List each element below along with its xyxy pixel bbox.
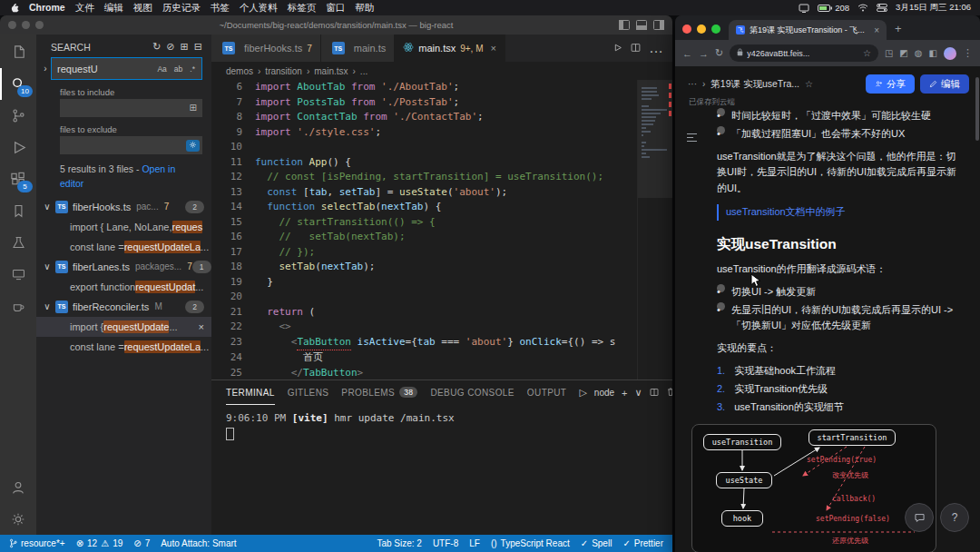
- code-line[interactable]: 23 <TabButton isActive={tab === 'about'}…: [211, 335, 638, 351]
- search-result-file[interactable]: ∨TSfiberLanes.tspackages...71: [36, 257, 211, 277]
- panel-tab-terminal[interactable]: TERMINAL: [226, 380, 275, 405]
- code-line[interactable]: 11function App() {: [211, 155, 638, 171]
- profile-avatar[interactable]: [944, 47, 956, 60]
- split-terminal-icon[interactable]: [650, 388, 659, 399]
- menu-item-1[interactable]: 文件: [75, 2, 94, 15]
- regex-icon[interactable]: .*: [187, 64, 198, 74]
- window-controls[interactable]: [682, 25, 720, 34]
- menu-item-6[interactable]: 个人资料: [240, 2, 278, 15]
- menu-item-3[interactable]: 视图: [133, 2, 152, 15]
- search-match-row[interactable]: import { requestUpdate...×: [36, 317, 211, 337]
- explorer-icon[interactable]: [0, 36, 36, 68]
- minimize-window-icon[interactable]: [697, 25, 706, 34]
- toggle-replace-icon[interactable]: ›: [40, 64, 51, 74]
- menu-item-2[interactable]: 编辑: [104, 2, 123, 15]
- search-icon[interactable]: 10: [0, 68, 36, 100]
- zoom-window-icon[interactable]: [35, 21, 44, 29]
- code-line[interactable]: 22 <>: [211, 320, 638, 335]
- code-line[interactable]: 10: [211, 140, 638, 155]
- search-match-row[interactable]: const lane = requestUpdateLa...: [36, 237, 211, 257]
- browser-tab[interactable]: 飞 第19课 实现useTransition - 飞... ×: [729, 20, 887, 40]
- problems-status-item[interactable]: ⊗12 ⚠19: [76, 538, 123, 548]
- code-line[interactable]: 16 // setTab(nextTab);: [211, 230, 638, 245]
- extension-icon-3[interactable]: ◍: [915, 48, 923, 58]
- minimize-window-icon[interactable]: [22, 21, 30, 29]
- prettier-item[interactable]: ✓Prettier: [622, 538, 663, 548]
- code-line[interactable]: 17 // });: [211, 245, 638, 261]
- bookmarks-icon[interactable]: [0, 195, 36, 227]
- tab-size-item[interactable]: Tab Size: 2: [377, 538, 421, 548]
- code-line[interactable]: 9import './style.css';: [211, 125, 638, 141]
- code-line[interactable]: 6import AboutTab from './AboutTab';: [211, 80, 638, 95]
- address-bar[interactable]: y426avaBtt.feis... ☆: [730, 44, 878, 62]
- code-line[interactable]: 8import ContactTab from './ContactTab';: [211, 110, 638, 125]
- close-window-icon[interactable]: [682, 25, 691, 34]
- collapse-all-icon[interactable]: ⊟: [194, 41, 202, 53]
- coffee-icon[interactable]: [0, 291, 36, 322]
- language-mode-item[interactable]: ()TypeScript React: [491, 538, 570, 548]
- panel-tab-problems[interactable]: PROBLEMS38: [341, 380, 417, 405]
- menu-item-9[interactable]: 帮助: [355, 2, 374, 15]
- exclude-settings-gear-icon[interactable]: [186, 140, 200, 152]
- menu-item-8[interactable]: 窗口: [326, 2, 345, 15]
- menu-item-4[interactable]: 历史记录: [162, 2, 201, 15]
- eol-item[interactable]: LF: [469, 538, 480, 548]
- back-icon[interactable]: ←: [682, 48, 692, 59]
- match-case-icon[interactable]: Aa: [154, 64, 169, 74]
- reload-icon[interactable]: ↻: [715, 47, 723, 59]
- bookmark-star-icon[interactable]: ☆: [863, 48, 871, 58]
- extension-icon-2[interactable]: ◩: [899, 48, 907, 58]
- extension-icon-1[interactable]: ◳: [885, 48, 893, 58]
- wifi-icon[interactable]: [858, 4, 868, 12]
- help-button[interactable]: ?: [940, 503, 969, 532]
- auto-attach-item[interactable]: Auto Attach: Smart: [161, 538, 236, 548]
- menu-item-7[interactable]: 标签页: [288, 2, 317, 15]
- settings-gear-icon[interactable]: [0, 503, 36, 535]
- whiteboard-diagram[interactable]: useTransitionstartTransitionuseStatehook…: [691, 424, 936, 552]
- assistant-button[interactable]: [905, 503, 934, 532]
- toggle-panel-right-icon[interactable]: [653, 17, 664, 34]
- split-editor-icon[interactable]: [631, 40, 641, 56]
- search-result-file[interactable]: ∨TSfiberHooks.tspac...72: [36, 197, 211, 217]
- search-input[interactable]: requestU Aa ab .*: [51, 57, 202, 80]
- dismiss-match-icon[interactable]: ×: [199, 321, 204, 332]
- chevron-down-icon[interactable]: ∨: [635, 387, 642, 399]
- whole-word-icon[interactable]: ab: [172, 64, 185, 74]
- git-branch-item[interactable]: resource*+: [9, 538, 65, 548]
- close-tab-icon[interactable]: ×: [874, 25, 879, 35]
- remote-explorer-icon[interactable]: [0, 259, 36, 291]
- new-tab-icon[interactable]: +: [895, 22, 902, 35]
- doc-breadcrumb-title[interactable]: 第19课 实现useTra...: [710, 78, 799, 91]
- encoding-item[interactable]: UTF-8: [433, 538, 458, 548]
- files-to-include-input[interactable]: ⊞: [60, 99, 202, 117]
- code-line[interactable]: 19 }: [211, 275, 638, 291]
- close-window-icon[interactable]: [8, 21, 16, 29]
- code-line[interactable]: 14 function selectTab(nextTab) {: [211, 200, 638, 215]
- refresh-icon[interactable]: ↻: [152, 41, 161, 53]
- extension-icon-4[interactable]: ◧: [929, 48, 937, 58]
- search-match-row[interactable]: const lane = requestUpdateLa...: [36, 337, 211, 357]
- battery-icon[interactable]: 208: [818, 3, 849, 13]
- menubar-clock[interactable]: 3月15日 周三 21:06: [896, 2, 971, 14]
- zoom-window-icon[interactable]: [711, 25, 720, 34]
- code-line[interactable]: 25 </TabButton>: [211, 366, 638, 380]
- close-tab-icon[interactable]: ×: [491, 43, 496, 54]
- window-controls[interactable]: [8, 21, 44, 29]
- editor-tab-maintsx[interactable]: main.tsx 9+, M ×: [395, 34, 505, 62]
- code-line[interactable]: 13 const [tab, setTab] = useState('about…: [211, 185, 638, 201]
- search-match-row[interactable]: export function requestUpdat...: [36, 277, 211, 297]
- test-beaker-icon[interactable]: [0, 227, 36, 259]
- open-editors-only-icon[interactable]: ⊞: [187, 103, 200, 113]
- panel-tab-output[interactable]: OUTPUT: [527, 380, 567, 405]
- toggle-panel-left-icon[interactable]: [619, 17, 630, 34]
- doc-scrollbar[interactable]: [975, 77, 979, 141]
- code-line[interactable]: 21 return (: [211, 305, 638, 320]
- code-line[interactable]: 7import PostsTab from './PostsTab';: [211, 95, 638, 111]
- menu-item-5[interactable]: 书签: [211, 2, 230, 15]
- browser-menu-icon[interactable]: ⋮: [963, 47, 973, 59]
- edit-button[interactable]: 编辑: [920, 74, 969, 94]
- accounts-icon[interactable]: [0, 471, 36, 503]
- code-line[interactable]: 18 setTab(nextTab);: [211, 260, 638, 275]
- extensions-icon[interactable]: 5: [0, 163, 36, 195]
- extra-status-item[interactable]: ⊘7: [133, 538, 150, 548]
